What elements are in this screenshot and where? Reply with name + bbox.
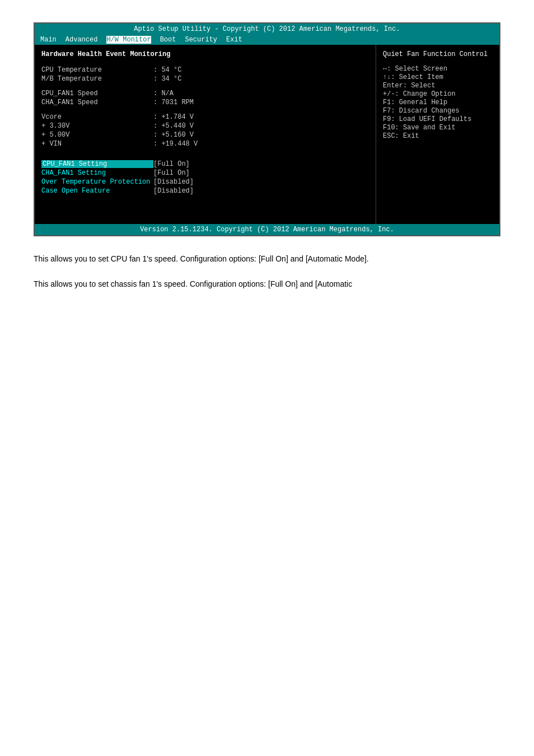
bios-left-panel: Hardware Health Event Monitoring CPU Tem… <box>35 45 376 224</box>
cpu-fan-setting-value: [Full On] <box>153 160 190 168</box>
over-temp-value: [Disabled] <box>153 178 194 186</box>
help-f7: F7: Discard Changes <box>383 107 493 115</box>
cpu-temp-value: : 54 °C <box>153 66 181 74</box>
mb-temp-label: M/B Temperature <box>41 75 153 83</box>
over-temp-row[interactable]: Over Temperature Protection [Disabled] <box>41 178 369 186</box>
cpu-fan-setting-row[interactable]: CPU_FAN1 Setting [Full On] <box>41 160 369 168</box>
cpu-fan-row: CPU_FAN1 Speed : N/A <box>41 90 369 97</box>
menu-item-hwmonitor[interactable]: H/W Monitor <box>106 36 151 44</box>
help-enter-select: Enter: Select <box>383 82 493 90</box>
cpu-fan-setting-label: CPU_FAN1 Setting <box>41 160 153 168</box>
cha-fan-setting-row[interactable]: CHA_FAN1 Setting [Full On] <box>41 169 369 177</box>
help-esc: ESC: Exit <box>383 132 493 140</box>
v500-value: : +5.160 V <box>153 131 194 139</box>
case-open-value: [Disabled] <box>153 187 194 195</box>
page-wrapper: Aptio Setup Utility - Copyright (C) 2012… <box>0 0 534 326</box>
mb-temp-row: M/B Temperature : 34 °C <box>41 75 369 83</box>
description-cpu-fan: This allows you to set CPU fan 1's speed… <box>34 253 500 265</box>
menu-item-advanced[interactable]: Advanced <box>65 36 98 44</box>
menu-item-boot[interactable]: Boot <box>160 36 176 44</box>
vcore-row: Vcore : +1.784 V <box>41 113 369 121</box>
bios-right-panel: Quiet Fan Function Control ↔: Select Scr… <box>376 45 499 224</box>
cpu-fan-value: : N/A <box>153 90 174 97</box>
vin-value: : +19.448 V <box>153 140 198 148</box>
v330-value: : +5.440 V <box>153 122 194 130</box>
help-section: ↔: Select Screen ↑↓: Select Item Enter: … <box>383 65 493 140</box>
help-f10: F10: Save and Exit <box>383 124 493 132</box>
vcore-value: : +1.784 V <box>153 113 194 121</box>
bios-title-bar: Aptio Setup Utility - Copyright (C) 2012… <box>35 24 499 35</box>
cpu-temp-label: CPU Temperature <box>41 66 153 74</box>
bios-footer: Version 2.15.1234. Copyright (C) 2012 Am… <box>35 224 499 235</box>
mb-temp-value: : 34 °C <box>153 75 181 83</box>
help-select-screen: ↔: Select Screen <box>383 65 493 73</box>
bios-menu-bar[interactable]: Main Advanced H/W Monitor Boot Security … <box>35 35 499 45</box>
over-temp-label: Over Temperature Protection <box>41 178 153 186</box>
cha-fan-label: CHA_FAN1 Speed <box>41 99 153 106</box>
cpu-fan-label: CPU_FAN1 Speed <box>41 90 153 97</box>
help-f9: F9: Load UEFI Defaults <box>383 115 493 123</box>
help-select-item: ↑↓: Select Item <box>383 73 493 81</box>
vin-label: + VIN <box>41 140 153 148</box>
bios-content: Hardware Health Event Monitoring CPU Tem… <box>35 45 499 224</box>
description-cha-fan: This allows you to set chassis fan 1's s… <box>34 278 500 290</box>
cha-fan-setting-label: CHA_FAN1 Setting <box>41 169 153 177</box>
bios-container: Aptio Setup Utility - Copyright (C) 2012… <box>34 22 500 236</box>
section-title: Hardware Health Event Monitoring <box>41 50 369 58</box>
menu-item-main[interactable]: Main <box>40 36 57 44</box>
case-open-row[interactable]: Case Open Feature [Disabled] <box>41 187 369 195</box>
cpu-temp-row: CPU Temperature : 54 °C <box>41 66 369 74</box>
bios-footer-text: Version 2.15.1234. Copyright (C) 2012 Am… <box>140 226 394 234</box>
menu-item-exit[interactable]: Exit <box>226 36 242 44</box>
v330-label: + 3.30V <box>41 122 153 130</box>
help-change-option: +/-: Change Option <box>383 90 493 98</box>
v500-label: + 5.00V <box>41 131 153 139</box>
vin-row: + VIN : +19.448 V <box>41 140 369 148</box>
case-open-label: Case Open Feature <box>41 187 153 195</box>
bios-title-text: Aptio Setup Utility - Copyright (C) 2012… <box>134 25 400 33</box>
right-panel-title: Quiet Fan Function Control <box>383 50 493 58</box>
v330-row: + 3.30V : +5.440 V <box>41 122 369 130</box>
cha-fan-setting-value: [Full On] <box>153 169 190 177</box>
vcore-label: Vcore <box>41 113 153 121</box>
cha-fan-row: CHA_FAN1 Speed : 7031 RPM <box>41 99 369 106</box>
cha-fan-value: : 7031 RPM <box>153 99 194 106</box>
menu-item-security[interactable]: Security <box>185 36 217 44</box>
v500-row: + 5.00V : +5.160 V <box>41 131 369 139</box>
help-f1: F1: General Help <box>383 99 493 106</box>
